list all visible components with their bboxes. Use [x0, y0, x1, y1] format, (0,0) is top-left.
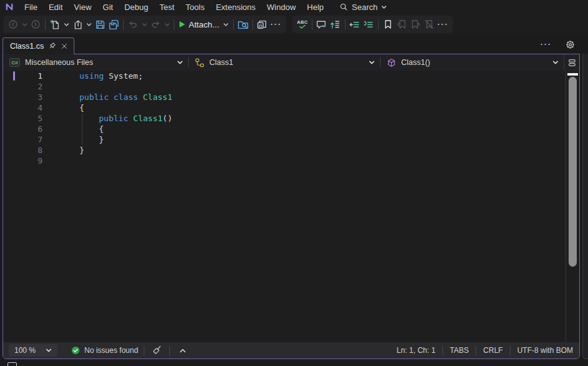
- overflow-icon: ···: [271, 21, 282, 27]
- text-toolbar-overflow-button[interactable]: ···: [436, 17, 450, 32]
- clear-bookmarks-button[interactable]: [422, 17, 436, 32]
- tab-class1-cs[interactable]: Class1.cs: [2, 37, 74, 54]
- line-ending[interactable]: CRLF: [482, 346, 503, 355]
- line-number[interactable]: 3: [3, 92, 42, 102]
- menu-item-debug[interactable]: Debug: [119, 1, 154, 13]
- open-file-button[interactable]: [71, 17, 84, 32]
- navigate-back-button[interactable]: [6, 17, 20, 32]
- glyph-margin: [42, 71, 79, 81]
- open-file-dropdown[interactable]: [84, 17, 93, 32]
- code-line-7[interactable]: 7}: [3, 134, 566, 145]
- attach-dropdown[interactable]: [222, 17, 231, 32]
- menu-item-tools[interactable]: Tools: [180, 1, 210, 13]
- split-window-button[interactable]: [564, 54, 579, 71]
- scrollbar-thumb[interactable]: [569, 77, 577, 267]
- indent-mode[interactable]: TABS: [449, 346, 469, 355]
- toggle-bookmark-button[interactable]: [381, 17, 395, 32]
- type-dropdown[interactable]: Class1: [189, 54, 380, 71]
- navigate-back-dropdown[interactable]: [20, 17, 29, 32]
- code-line-2[interactable]: 2: [3, 81, 566, 92]
- editor-settings-button[interactable]: [563, 39, 577, 50]
- code-line-5[interactable]: 5public Class1(): [3, 113, 566, 124]
- separator: [144, 346, 144, 355]
- next-bookmark-button[interactable]: [409, 17, 422, 32]
- overflow-icon: ···: [541, 41, 552, 47]
- tab-label: Class1.cs: [10, 42, 44, 51]
- line-number[interactable]: 9: [3, 156, 42, 166]
- project-dropdown[interactable]: C# Miscellaneous Files: [3, 54, 188, 71]
- undo-button[interactable]: [126, 17, 140, 32]
- search-control[interactable]: Search: [339, 2, 387, 12]
- separator: [123, 19, 124, 30]
- line-number[interactable]: 1: [3, 71, 42, 81]
- parameter-info-button[interactable]: [329, 17, 342, 32]
- find-in-files-icon: [237, 19, 249, 30]
- increase-indent-button[interactable]: [362, 17, 376, 32]
- code-cleanup-button[interactable]: [150, 344, 164, 357]
- redo-button[interactable]: [149, 17, 162, 32]
- menu-item-test[interactable]: Test: [154, 1, 180, 13]
- decrease-indent-button[interactable]: [348, 17, 362, 32]
- new-file-button[interactable]: [48, 17, 62, 32]
- cursor-position[interactable]: Ln: 1, Ch: 1: [396, 346, 436, 355]
- close-tab-button[interactable]: [61, 42, 68, 50]
- separator: [312, 19, 312, 30]
- line-number[interactable]: 4: [3, 102, 42, 113]
- menu-item-help[interactable]: Help: [301, 1, 329, 13]
- line-number[interactable]: 7: [3, 134, 42, 145]
- code-line-1[interactable]: 1using System;: [3, 71, 566, 81]
- chevron-down-icon: [369, 59, 375, 66]
- glyph-margin: [42, 156, 79, 166]
- code-editor[interactable]: 1using System;23public class Class14{5pu…: [3, 71, 579, 342]
- save-all-button[interactable]: [107, 17, 121, 32]
- line-number[interactable]: 8: [3, 145, 42, 156]
- member-dropdown[interactable]: Class1(): [381, 54, 564, 71]
- sync-active-document-button[interactable]: [256, 17, 269, 32]
- code-line-3[interactable]: 3public class Class1: [3, 92, 566, 102]
- chevron-down-icon: [142, 22, 147, 27]
- menu-item-view[interactable]: View: [68, 1, 97, 13]
- redo-dropdown[interactable]: [162, 17, 171, 32]
- menu-item-extensions[interactable]: Extensions: [210, 1, 261, 13]
- quick-info-button[interactable]: [315, 17, 329, 32]
- menu-item-window[interactable]: Window: [261, 1, 301, 13]
- chevron-up-icon: [179, 347, 186, 354]
- tab-list-button[interactable]: ···: [539, 39, 553, 50]
- toolbar-overflow-button[interactable]: ···: [269, 17, 283, 32]
- spell-check-icon: ABC: [297, 20, 307, 29]
- cleanup-options-button[interactable]: [176, 344, 189, 357]
- code-line-6[interactable]: 6{: [3, 124, 566, 134]
- separator: [174, 19, 174, 30]
- toggle-completion-mode-button[interactable]: ABC: [296, 17, 309, 32]
- zoom-control[interactable]: 100 %: [9, 344, 57, 357]
- line-number[interactable]: 5: [3, 113, 42, 124]
- undo-dropdown[interactable]: [140, 17, 149, 32]
- find-in-files-button[interactable]: [236, 17, 250, 32]
- code-line-8[interactable]: 8}: [3, 145, 566, 156]
- class-icon: [195, 58, 204, 67]
- glyph-margin: [42, 145, 79, 156]
- menu-item-file[interactable]: File: [19, 1, 43, 13]
- code-line-9[interactable]: 9: [3, 156, 566, 166]
- attach-to-process-button[interactable]: Attach...: [177, 17, 222, 32]
- menu-item-git[interactable]: Git: [97, 1, 119, 13]
- previous-bookmark-button[interactable]: [395, 17, 409, 32]
- glyph-margin: [42, 124, 79, 134]
- visual-studio-logo-icon: [2, 1, 16, 12]
- vertical-scrollbar[interactable]: [566, 71, 579, 342]
- save-all-icon: [109, 19, 119, 30]
- code-line-4[interactable]: 4{: [3, 102, 566, 113]
- pin-tab-button[interactable]: [48, 42, 56, 50]
- overflow-icon: ···: [437, 21, 449, 27]
- increase-indent-icon: [363, 19, 374, 30]
- health-indicator[interactable]: No issues found: [71, 346, 138, 355]
- file-encoding[interactable]: UTF-8 with BOM: [517, 346, 574, 355]
- line-number[interactable]: 6: [3, 124, 42, 134]
- navigate-forward-button[interactable]: [29, 17, 42, 32]
- open-file-icon: [72, 19, 83, 30]
- new-file-dropdown[interactable]: [62, 17, 71, 32]
- line-number[interactable]: 2: [3, 81, 42, 92]
- menu-item-edit[interactable]: Edit: [43, 1, 68, 13]
- code-area[interactable]: 1using System;23public class Class14{5pu…: [3, 71, 566, 342]
- save-button[interactable]: [93, 17, 107, 32]
